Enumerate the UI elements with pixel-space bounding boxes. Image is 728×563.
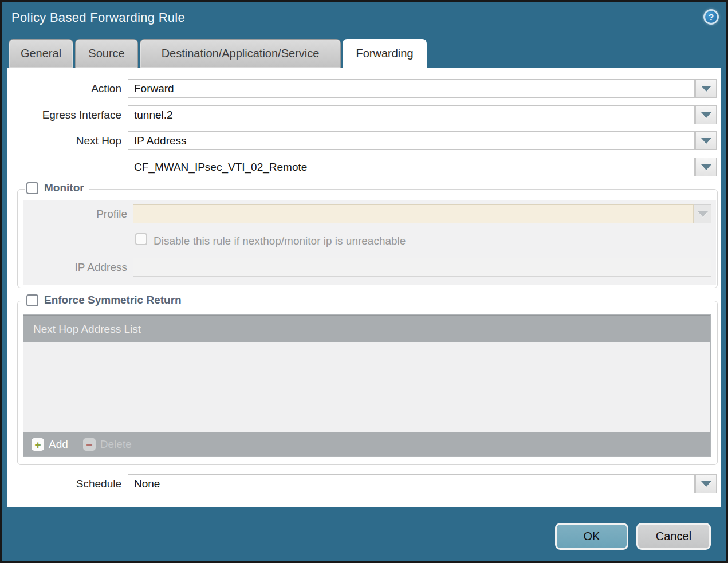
plus-icon: + bbox=[32, 438, 44, 451]
pbf-rule-dialog: Policy Based Forwarding Rule ? General S… bbox=[0, 0, 728, 563]
disable-rule-checkbox bbox=[135, 233, 147, 245]
chevron-down-icon bbox=[698, 211, 708, 217]
minus-icon: − bbox=[83, 438, 96, 451]
cancel-button[interactable]: Cancel bbox=[636, 523, 711, 550]
schedule-dropdown-button[interactable] bbox=[695, 474, 717, 493]
table-body bbox=[23, 342, 710, 432]
next-hop-label: Next Hop bbox=[0, 131, 121, 150]
next-hop-address-select[interactable]: CF_MWAN_IPsec_VTI_02_Remote bbox=[128, 158, 695, 176]
ok-button-label: OK bbox=[584, 530, 600, 543]
action-select[interactable]: Forward bbox=[128, 79, 695, 98]
enforce-symmetric-return-legend-label: Enforce Symmetric Return bbox=[44, 294, 182, 306]
ok-button[interactable]: OK bbox=[555, 523, 628, 550]
profile-select bbox=[133, 204, 694, 223]
delete-button: − Delete bbox=[83, 438, 132, 451]
ip-address-label: IP Address bbox=[0, 258, 127, 277]
chevron-down-icon bbox=[701, 138, 711, 144]
egress-interface-select[interactable]: tunnel.2 bbox=[128, 105, 695, 124]
schedule-label: Schedule bbox=[0, 474, 121, 493]
monitor-legend: Monitor bbox=[25, 182, 89, 194]
page-title: Policy Based Forwarding Rule bbox=[11, 10, 185, 25]
chevron-down-icon bbox=[701, 86, 711, 92]
cancel-button-label: Cancel bbox=[656, 530, 691, 543]
next-hop-address-dropdown-button[interactable] bbox=[695, 158, 717, 176]
tab-destination-application-service[interactable]: Destination/Application/Service bbox=[140, 39, 341, 68]
disable-rule-label: Disable this rule if nexthop/monitor ip … bbox=[154, 234, 406, 248]
tab-label: Destination/Application/Service bbox=[162, 47, 320, 60]
delete-button-label: Delete bbox=[100, 438, 132, 451]
tab-label: Forwarding bbox=[356, 47, 413, 60]
chevron-down-icon bbox=[701, 481, 711, 487]
add-button[interactable]: + Add bbox=[32, 438, 68, 451]
egress-interface-label: Egress Interface bbox=[0, 105, 121, 124]
table-header: Next Hop Address List bbox=[23, 315, 710, 342]
profile-label: Profile bbox=[0, 204, 127, 223]
tab-forwarding[interactable]: Forwarding bbox=[343, 39, 427, 68]
schedule-select[interactable]: None bbox=[128, 474, 695, 493]
chevron-down-icon bbox=[701, 164, 711, 170]
table-header-label: Next Hop Address List bbox=[33, 323, 141, 336]
tab-source[interactable]: Source bbox=[75, 39, 138, 68]
ip-address-input bbox=[133, 258, 711, 277]
next-hop-type-dropdown-button[interactable] bbox=[695, 131, 717, 150]
add-button-label: Add bbox=[49, 438, 68, 451]
enforce-symmetric-return-checkbox[interactable] bbox=[26, 294, 38, 306]
help-icon[interactable]: ? bbox=[703, 9, 719, 25]
tab-general[interactable]: General bbox=[9, 39, 73, 68]
action-label: Action bbox=[0, 79, 121, 98]
chevron-down-icon bbox=[701, 112, 711, 118]
egress-interface-dropdown-button[interactable] bbox=[695, 105, 717, 124]
table-footer: + Add − Delete bbox=[23, 432, 710, 456]
tab-label: General bbox=[21, 47, 61, 60]
next-hop-address-table: Next Hop Address List + Add − Delete bbox=[23, 314, 711, 457]
question-glyph: ? bbox=[709, 12, 714, 22]
monitor-legend-label: Monitor bbox=[44, 182, 84, 194]
enforce-symmetric-return-legend: Enforce Symmetric Return bbox=[25, 294, 186, 306]
action-dropdown-button[interactable] bbox=[695, 79, 717, 98]
profile-dropdown-button bbox=[694, 204, 711, 223]
tab-label: Source bbox=[88, 47, 124, 60]
monitor-checkbox[interactable] bbox=[26, 182, 38, 194]
next-hop-type-select[interactable]: IP Address bbox=[128, 131, 695, 150]
